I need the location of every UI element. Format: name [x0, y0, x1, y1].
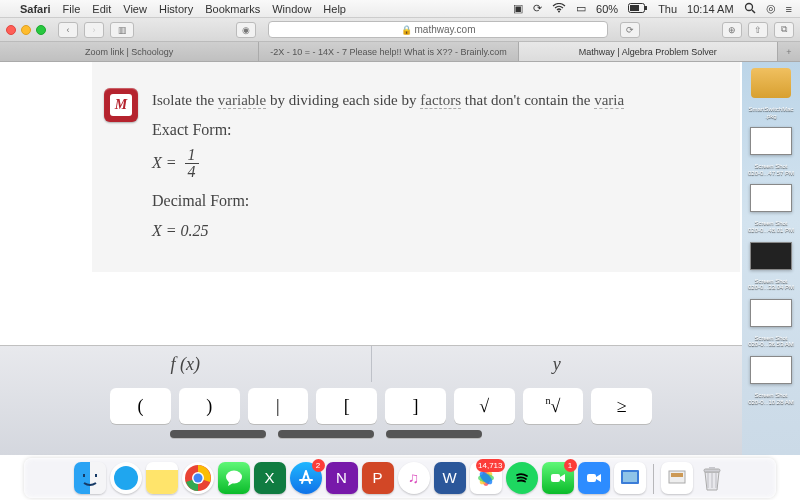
svg-rect-18 — [587, 474, 596, 482]
dock-photos-icon[interactable]: 14,713 — [470, 462, 502, 494]
desktop-thumb-4[interactable] — [750, 299, 792, 327]
page-content: M Isolate the variable by dividing each … — [0, 62, 800, 500]
kbd-tab-y[interactable]: y — [372, 346, 743, 382]
link-variable[interactable]: variable — [218, 92, 266, 109]
desktop-thumb-2[interactable] — [750, 184, 792, 212]
new-tab-button[interactable]: + — [778, 42, 800, 61]
key-blank1[interactable] — [170, 430, 266, 438]
sync-icon[interactable]: ⟳ — [533, 2, 542, 15]
display-icon[interactable]: ▭ — [576, 2, 586, 15]
dock: X 2 N P ♫ W 14,713 1 — [0, 455, 800, 500]
tabs-button[interactable]: ⧉ — [774, 22, 794, 38]
notification-icon[interactable]: ≡ — [786, 3, 792, 15]
menu-help[interactable]: Help — [323, 3, 346, 15]
key-nroot[interactable]: n√ — [523, 388, 584, 424]
menubar-time[interactable]: 10:14 AM — [687, 3, 733, 15]
minimize-window-button[interactable] — [21, 25, 31, 35]
key-rparen[interactable]: ) — [179, 388, 240, 424]
menu-window[interactable]: Window — [272, 3, 311, 15]
key-abs[interactable]: | — [248, 388, 309, 424]
desktop-right-strip: SmartSwitchMac.pkg Screen Shot020-0...47… — [742, 62, 800, 455]
wifi-icon[interactable] — [552, 3, 566, 15]
close-window-button[interactable] — [6, 25, 16, 35]
key-rbracket[interactable]: ] — [385, 388, 446, 424]
desktop-folder[interactable] — [751, 68, 791, 98]
controlcenter-icon[interactable]: ◎ — [766, 2, 776, 15]
link-factors[interactable]: factors — [420, 92, 461, 109]
menu-edit[interactable]: Edit — [92, 3, 111, 15]
dock-zoom-icon[interactable] — [578, 462, 610, 494]
key-sqrt[interactable]: √ — [454, 388, 515, 424]
svg-point-4 — [745, 3, 752, 10]
photos-badge: 14,713 — [476, 459, 504, 472]
dock-spotify-icon[interactable] — [506, 462, 538, 494]
menu-history[interactable]: History — [159, 3, 193, 15]
desktop-thumb-3[interactable] — [750, 242, 792, 270]
dock-messages-icon[interactable] — [218, 462, 250, 494]
key-geq[interactable]: ≥ — [591, 388, 652, 424]
menu-file[interactable]: File — [63, 3, 81, 15]
address-bar[interactable]: 🔒 mathway.com — [268, 21, 608, 38]
window-controls — [6, 25, 46, 35]
equation-exact: X = — [152, 154, 177, 171]
desktop-thumb-5[interactable] — [750, 356, 792, 384]
svg-point-0 — [558, 10, 560, 12]
dock-safari-icon[interactable] — [110, 462, 142, 494]
kbd-tab-fx[interactable]: f (x) — [0, 346, 372, 382]
dock-itunes-icon[interactable]: ♫ — [398, 462, 430, 494]
svg-rect-3 — [645, 6, 647, 10]
safari-tabbar: Zoom link | Schoology -2X - 10 = - 14X -… — [0, 42, 800, 62]
fullscreen-window-button[interactable] — [36, 25, 46, 35]
appstore-badge: 2 — [312, 459, 325, 472]
app-menu[interactable]: Safari — [20, 3, 51, 15]
answer-panel: M Isolate the variable by dividing each … — [92, 62, 740, 272]
share-button[interactable]: ⇧ — [748, 22, 768, 38]
menu-bookmarks[interactable]: Bookmarks — [205, 3, 260, 15]
reload-button[interactable]: ⟳ — [620, 22, 640, 38]
dock-separator — [653, 464, 654, 494]
dock-facetime-icon[interactable]: 1 — [542, 462, 574, 494]
link-variable2[interactable]: varia — [594, 92, 624, 109]
shield-icon[interactable]: ◉ — [236, 22, 256, 38]
dock-powerpoint-icon[interactable]: P — [362, 462, 394, 494]
extensions-button[interactable]: ⊕ — [722, 22, 742, 38]
dock-chrome-icon[interactable] — [182, 462, 214, 494]
dock-notes-icon[interactable] — [146, 462, 178, 494]
sidebar-button[interactable]: ▥ — [110, 22, 134, 38]
dock-finder-icon[interactable] — [74, 462, 106, 494]
dock-appstore-icon[interactable]: 2 — [290, 462, 322, 494]
dock-excel-icon[interactable]: X — [254, 462, 286, 494]
tab-schoology[interactable]: Zoom link | Schoology — [0, 42, 259, 61]
svg-rect-20 — [623, 472, 637, 482]
svg-rect-24 — [709, 467, 715, 469]
dock-word-icon[interactable]: W — [434, 462, 466, 494]
svg-line-5 — [752, 10, 755, 13]
facetime-badge: 1 — [564, 459, 577, 472]
dock-preview-icon[interactable] — [614, 462, 646, 494]
key-blank3[interactable] — [386, 430, 482, 438]
dock-onenote-icon[interactable]: N — [326, 462, 358, 494]
dock-trash-icon[interactable] — [697, 462, 727, 494]
svg-rect-2 — [630, 5, 639, 11]
tab-brainly[interactable]: -2X - 10 = - 14X - 7 Please help!! What … — [259, 42, 518, 61]
screenrec-icon[interactable]: ▣ — [513, 2, 523, 15]
equation-decimal: X = 0.25 — [152, 219, 740, 243]
math-keyboard: f (x) y ( ) | [ ] √ n√ ≥ — [0, 345, 742, 455]
key-lbracket[interactable]: [ — [316, 388, 377, 424]
menubar-day[interactable]: Thu — [658, 3, 677, 15]
key-lparen[interactable]: ( — [110, 388, 171, 424]
answer-text: Isolate the variable by dividing each si… — [152, 89, 740, 243]
dock-screenshot-stack[interactable] — [661, 462, 693, 494]
spotlight-icon[interactable] — [744, 2, 756, 16]
battery-icon[interactable] — [628, 3, 648, 15]
tab-mathway[interactable]: Mathway | Algebra Problem Solver — [519, 42, 778, 61]
forward-button[interactable]: › — [84, 22, 104, 38]
battery-percent: 60% — [596, 3, 618, 15]
desktop-label-3: Screen Shot020-0...33.04 PM — [748, 278, 794, 291]
svg-rect-22 — [671, 473, 683, 477]
exact-form-label: Exact Form: — [152, 118, 740, 142]
menu-view[interactable]: View — [123, 3, 147, 15]
back-button[interactable]: ‹ — [58, 22, 78, 38]
desktop-thumb-1[interactable] — [750, 127, 792, 155]
key-blank2[interactable] — [278, 430, 374, 438]
